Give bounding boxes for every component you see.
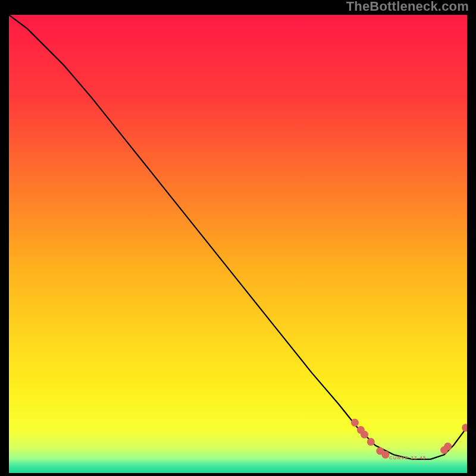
chart-stage: { "watermark": "TheBottleneck.com", "cur… (0, 0, 476, 476)
watermark-text: TheBottleneck.com (346, 0, 469, 13)
curve-label: CURVE 2Z-45 (389, 456, 426, 461)
chart-area (9, 15, 467, 473)
marker-dot (361, 431, 368, 439)
chart-svg (9, 15, 467, 473)
marker-dot (367, 438, 375, 446)
marker-dot (381, 451, 389, 459)
marker-dot (444, 443, 452, 450)
marker-dot (351, 419, 359, 427)
gradient-background (9, 15, 467, 473)
